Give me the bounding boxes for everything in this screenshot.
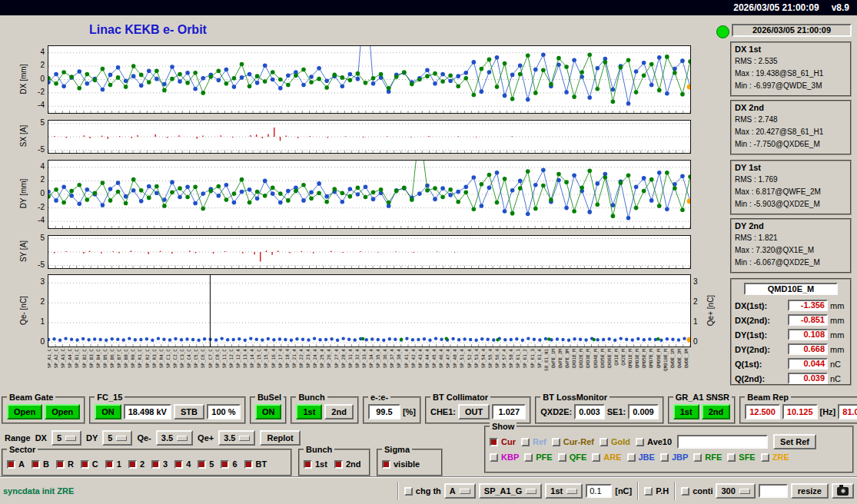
y-tick-label: -5 <box>26 260 45 269</box>
svg-text:SP_16_4: SP_16_4 <box>271 349 277 369</box>
range-button-replot[interactable]: Replot <box>260 430 300 446</box>
show-checkbox-qfe[interactable]: QFE <box>558 453 587 462</box>
stat-line: Max : 20.427@S8_61_H1 <box>735 126 847 138</box>
checkbox-label: visible <box>394 459 420 469</box>
checkbox-label: 1st <box>315 459 327 469</box>
camera-button[interactable] <box>832 483 854 499</box>
statusbar-option-sp-a1-g[interactable]: SP_A1_G <box>479 483 543 499</box>
sector-checkbox-3[interactable]: 3 <box>151 459 168 469</box>
gr-a1-snsr-button-2nd[interactable]: 2nd <box>702 404 731 419</box>
show-checkbox-pfe[interactable]: PFE <box>524 453 552 462</box>
fc-15-button-on[interactable]: ON <box>95 404 121 419</box>
statusbar-checkbox-p-h[interactable]: P.H <box>644 486 669 496</box>
statusbar-checkbox-chg-th[interactable]: chg th <box>404 486 441 496</box>
y-tick-label: 1 <box>26 317 45 326</box>
checkbox-indicator <box>174 460 183 469</box>
svg-text:QWDE_2M: QWDE_2M <box>676 349 683 369</box>
statusbar-button-resize[interactable]: resize <box>791 483 829 499</box>
svg-text:SP_R3_C: SP_R3_C <box>151 349 158 369</box>
group-bt-lossmonitor: BT LossMonitorQXD2E:0.003SE1:0.009 <box>535 396 664 424</box>
svg-text:SP_56_4: SP_56_4 <box>494 349 500 369</box>
group-title-e-e: e-:e- <box>368 393 390 402</box>
sector-checkbox-c[interactable]: C <box>81 459 98 469</box>
range-option-value-3-5: 3.5 <box>161 433 173 443</box>
checkbox-label: JBP <box>672 453 688 462</box>
sector-checkbox-bt[interactable]: BT <box>244 459 267 469</box>
group-beam-gate: Beam GateOpenOpen <box>2 396 85 424</box>
checkbox-label: Gold <box>611 437 630 446</box>
monitor-unit: nC <box>830 360 847 369</box>
svg-text:SP_C2_C: SP_C2_C <box>172 349 178 369</box>
threshold-entry[interactable]: 0.1 <box>586 484 612 498</box>
fc-15-button-stb[interactable]: STB <box>174 404 204 419</box>
show-checkbox-jbe[interactable]: JBE <box>627 453 655 462</box>
show-checkbox-gold[interactable]: Gold <box>600 437 630 446</box>
checkbox-label: Ave10 <box>647 437 672 446</box>
gr-a1-snsr-button-1st[interactable]: 1st <box>673 404 699 419</box>
show-checkbox-rfe[interactable]: RFE <box>693 453 722 462</box>
sector-checkbox-b[interactable]: B <box>32 459 49 469</box>
bt-lossmonitor-display-0-009: 0.009 <box>628 404 659 419</box>
checkbox-indicator <box>81 460 89 469</box>
statusbar-option-300[interactable]: 300 <box>716 483 755 499</box>
group-title-beam-rep: Beam Rep <box>745 393 791 402</box>
sector-checkbox-a[interactable]: A <box>7 459 25 469</box>
monitor-value: 0.668 <box>788 343 828 355</box>
svg-text:SP_R0_C: SP_R0_C <box>130 349 136 369</box>
beam-gate-button-open[interactable]: Open <box>7 404 42 419</box>
svg-text:SP_21_4: SP_21_4 <box>291 349 297 369</box>
sector-checkbox-5[interactable]: 5 <box>198 459 214 469</box>
range-label-range: Range <box>5 433 31 443</box>
show-checkbox-sfe[interactable]: SFE <box>727 453 755 462</box>
separator <box>397 482 399 500</box>
show-checkbox-jbp[interactable]: JBP <box>660 453 688 462</box>
beam-gate-button-open[interactable]: Open <box>45 404 80 419</box>
bt-collimator-button-out[interactable]: OUT <box>458 404 490 419</box>
svg-text:SP_C7_C: SP_C7_C <box>208 349 214 369</box>
status-bar: syncdata init ZRE chg thASP_A1_G1st0.1[n… <box>0 477 857 504</box>
show-button-set-ref[interactable]: Set Ref <box>773 434 816 449</box>
y-axis-label-sy: SY [A] <box>19 240 28 262</box>
show-checkbox-cur[interactable]: Cur <box>490 437 516 446</box>
group-body-sector: ABRC123456BT <box>7 456 287 472</box>
statusbar-label-nc: [nC] <box>615 486 632 496</box>
checkbox-label: KBP <box>501 453 519 462</box>
range-option-3-5[interactable]: 3.5 <box>156 430 193 446</box>
sector-checkbox-4[interactable]: 4 <box>174 459 191 469</box>
ref-name-entry[interactable] <box>677 435 768 449</box>
checkbox-indicator <box>727 453 736 462</box>
bunch-checkbox-1st[interactable]: 1st <box>304 459 327 469</box>
show-checkbox-ref[interactable]: Ref <box>521 437 546 446</box>
y-tick-label: 0 <box>26 337 45 346</box>
show-checkbox-are[interactable]: ARE <box>592 453 621 462</box>
range-option-5[interactable]: 5 <box>51 430 81 446</box>
range-option-3-5[interactable]: 3.5 <box>218 430 255 446</box>
statusbar-option-a[interactable]: A <box>444 483 476 499</box>
bunch-button-2nd[interactable]: 2nd <box>324 404 354 419</box>
sector-checkbox-1[interactable]: 1 <box>105 459 121 469</box>
sector-checkbox-r[interactable]: R <box>56 459 74 469</box>
svg-text:QXD4E_M: QXD4E_M <box>593 349 599 369</box>
sector-checkbox-6[interactable]: 6 <box>221 459 237 469</box>
statusbar-option-1st[interactable]: 1st <box>545 483 583 499</box>
busel-button-on[interactable]: ON <box>255 404 282 419</box>
show-checkbox-ave10[interactable]: Ave10 <box>636 437 672 446</box>
plot-canvas-dx <box>48 45 691 114</box>
sigma-checkbox-visible[interactable]: visible <box>382 459 420 469</box>
show-checkbox-kbp[interactable]: KBP <box>490 453 519 462</box>
count-entry[interactable] <box>759 484 788 498</box>
svg-text:SP_12_C: SP_12_C <box>228 349 234 369</box>
statusbar-checkbox-conti[interactable]: conti <box>681 486 713 496</box>
bunch-checkbox-2nd[interactable]: 2nd <box>334 459 361 469</box>
show-checkbox-cur-ref[interactable]: Cur-Ref <box>552 437 594 446</box>
show-checkbox-zre[interactable]: ZRE <box>761 453 789 462</box>
range-option-5[interactable]: 5 <box>102 430 132 446</box>
monitor-value: -0.851 <box>788 314 828 326</box>
y-tick-label: 0 <box>26 75 45 83</box>
titlebar-datetime: 2026/03/05 21:00:09 <box>733 2 819 13</box>
checkbox-label: Ref <box>533 437 546 446</box>
stat-line: RMS : 2.535 <box>735 55 847 68</box>
bt-lossmonitor-label-qxd2e: QXD2E: <box>540 407 572 416</box>
sector-checkbox-2[interactable]: 2 <box>128 459 144 469</box>
bunch-button-1st[interactable]: 1st <box>296 404 322 419</box>
